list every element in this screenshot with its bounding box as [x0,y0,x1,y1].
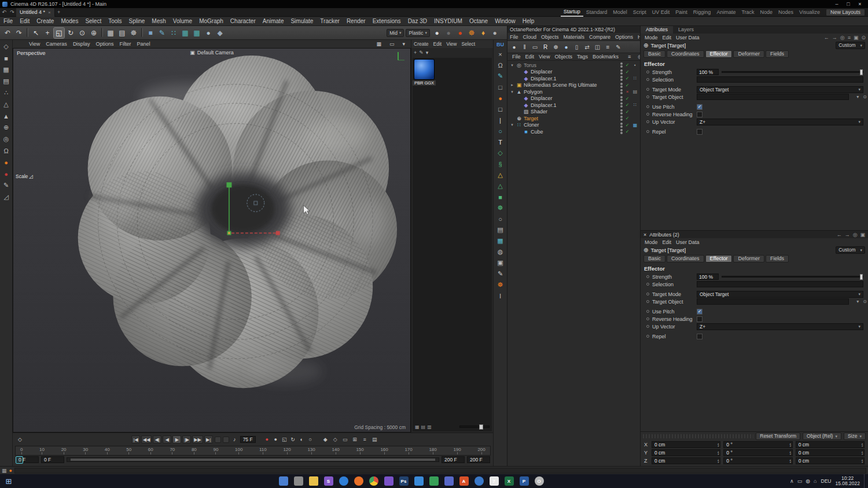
bodypaint-logo[interactable]: BU [496,42,504,47]
taskbar-app-icon[interactable] [472,475,486,488]
menu-item[interactable]: Modes [57,18,82,24]
perspective-viewport[interactable]: Perspective ▣ Default Camera [13,48,411,432]
tab-close-icon[interactable]: × [48,10,51,15]
octane-toolbar-icon[interactable]: ☸ [551,43,560,51]
taskbar-app-icon[interactable]: S [322,475,335,488]
anim-dot[interactable] [646,105,649,108]
layout-tab[interactable]: Nodes [775,8,796,16]
octane-menu-item[interactable]: Objects [539,34,561,40]
layout-tab[interactable]: UV Edit [649,8,673,16]
palette-icon[interactable]: ◇ [2,42,11,51]
tab-layers[interactable]: Layers [673,26,699,34]
strength-slider[interactable] [722,276,863,278]
range-end-field-2[interactable]: 200 F [467,456,490,463]
position-field[interactable]: 0 cm▴▾ [652,449,720,456]
slider-handle[interactable] [479,424,483,430]
octane-menu-item[interactable]: Cloud [521,34,539,40]
plugin-icon[interactable]: § [495,160,506,168]
record-button[interactable]: ○ [307,437,314,442]
object-manager-menu-item[interactable]: File [510,54,523,60]
anim-dot[interactable] [646,71,649,73]
object-manager-menu-item[interactable]: Tags [575,54,590,60]
chevron-down-icon[interactable]: ▾ [426,50,429,56]
layout-tab[interactable]: Startup [561,8,583,17]
object-picker-icon[interactable]: ⊙ [863,299,867,304]
attribute-tab[interactable]: Effector [705,255,733,263]
playback-button[interactable]: ▶| [204,435,213,443]
menu-item[interactable]: Tracker [317,18,343,24]
layout-grid-icon[interactable]: ▦ [373,41,384,47]
visibility-toggles[interactable] [620,109,623,114]
plugin-icon[interactable]: ☸ [495,204,506,212]
visibility-toggles[interactable] [620,76,623,81]
lock-icon[interactable]: ▣ [860,232,865,238]
taskbar-app-icon[interactable] [382,475,395,488]
object-name[interactable]: Displacer.1 [531,76,557,82]
menu-item[interactable]: MoGraph [196,18,227,24]
grid-view-icon[interactable]: ▦ [415,424,420,430]
toolbar-icon[interactable]: ↷ [14,28,24,38]
enable-toggle[interactable]: ✓ [624,129,630,134]
menu-item[interactable]: Edit [16,18,33,24]
timeline-icon[interactable]: ◆ [322,437,329,442]
menu-item[interactable]: Render [343,18,369,24]
record-button[interactable]: ● [272,437,279,442]
taskbar-app-icon[interactable]: P [517,475,531,488]
slider-handle[interactable] [860,69,863,75]
octane-menu-item[interactable]: Compare [587,34,613,40]
layout-tab[interactable]: Node [757,8,776,16]
toolbar-icon[interactable] [141,28,143,37]
tree-row[interactable]: ▾ ▲ Polygon × ▤ [507,88,640,95]
keying-toggle[interactable] [215,437,221,443]
selection-field[interactable] [697,281,863,287]
tree-row[interactable]: ⊕ Target ✓ [507,115,640,122]
target-mode-dropdown[interactable]: Object Target ▾ [697,86,863,93]
nav-back-icon[interactable]: ← [837,232,842,238]
visibility-toggles[interactable] [620,102,623,108]
tree-row[interactable]: ◆ Displacer ✓ [507,69,640,76]
attribute-tab[interactable]: Basic [643,50,665,58]
toolbar-icon[interactable]: ▦ [180,28,190,38]
user-data-menu[interactable]: User Data [674,239,701,245]
toolbar-icon[interactable]: ⊙ [77,28,87,38]
tree-row[interactable]: ▾ ∷ Cloner ✓ ▦ [507,122,640,129]
anim-dot[interactable] [646,275,649,278]
material-menu-item[interactable]: Edit [431,41,444,47]
palette-icon[interactable]: ● [2,169,11,178]
octane-icon[interactable]: ● [490,28,500,38]
mode-menu[interactable]: Mode [643,239,660,245]
language-indicator[interactable]: DEU [821,478,832,484]
panel-icon[interactable]: ▭ [387,41,398,47]
tray-icon[interactable]: ▭ [797,478,803,484]
redo-icon[interactable]: ↷ [8,9,16,15]
palette-icon[interactable]: ▲ [2,112,11,120]
visibility-toggles[interactable] [620,83,623,88]
search-icon[interactable]: ◎ [853,232,858,238]
menu-item[interactable]: Window [491,18,519,24]
menu-item[interactable]: Daz 3D [404,18,431,24]
material-preview-sphere[interactable] [414,60,434,79]
material-menu-item[interactable]: Create [411,41,431,47]
plugin-icon[interactable]: ✎ [495,269,506,278]
toolbar-icon[interactable]: ∷ [168,28,179,38]
material-item[interactable]: PBR GGX [413,58,436,86]
taskbar-app-icon[interactable]: Ps [397,475,410,488]
custom-dropdown[interactable]: Custom ▾ [836,42,865,49]
rotation-field[interactable]: 0 °▴▾ [723,449,792,456]
menu-item[interactable]: INSYDIUM [431,18,466,24]
anim-dot[interactable] [646,293,649,295]
repel-checkbox[interactable] [697,129,703,135]
taskbar-app-icon[interactable] [337,475,350,488]
taskbar-app-icon[interactable] [412,475,425,488]
object-tag-icon[interactable]: ▪ [632,62,638,68]
octane-toolbar-icon[interactable]: ≡ [604,43,612,51]
taskbar-app-icon[interactable]: O [532,475,546,488]
menu-item[interactable]: Help [519,18,538,24]
selection-field[interactable] [697,76,863,83]
target-mode-dropdown[interactable]: Object Target ▾ [697,291,863,298]
render-quality-dropdown[interactable]: Mid ▾ [387,29,404,37]
taskbar-app-icon[interactable] [292,475,305,488]
use-pitch-checkbox[interactable]: ✓ [697,104,703,110]
object-manager-menu-item[interactable]: Edit [523,54,537,60]
toolbar-icon[interactable]: ✎ [157,28,167,38]
